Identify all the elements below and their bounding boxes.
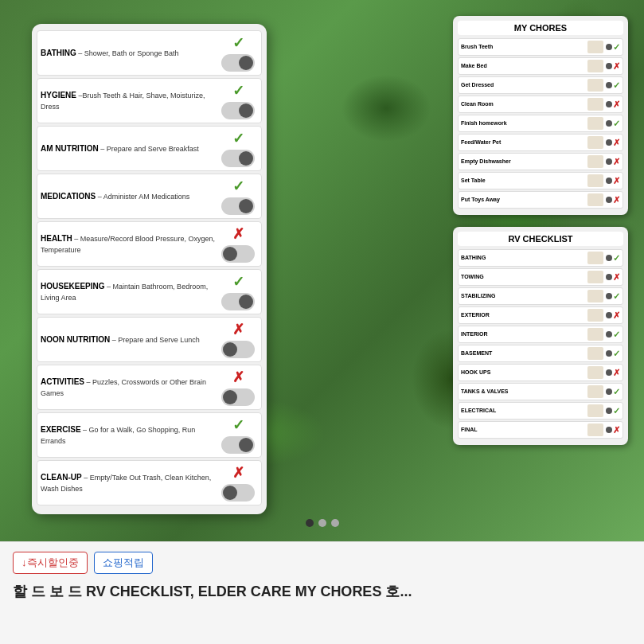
small-row-image bbox=[587, 271, 603, 283]
small-row-label: Get Dressed bbox=[461, 82, 586, 88]
checklist-row-text: HOUSEKEEPING – Maintain Bathroom, Bedroo… bbox=[41, 281, 218, 302]
toggle-area[interactable]: ✗ bbox=[218, 225, 258, 263]
toggle-track[interactable] bbox=[221, 484, 255, 502]
toggle-area[interactable]: ✓ bbox=[218, 273, 258, 310]
toggle-track[interactable] bbox=[221, 150, 255, 167]
item-title: HEALTH bbox=[41, 234, 72, 243]
toggle-track[interactable] bbox=[221, 54, 255, 72]
small-row: FINAL✗ bbox=[458, 421, 623, 439]
top-right-card-title: MY CHORES bbox=[458, 21, 623, 35]
small-row: Feed/Water Pet✗ bbox=[458, 134, 623, 151]
toggle-area[interactable]: ✗ bbox=[218, 464, 258, 502]
small-check-icon: ✓ bbox=[613, 80, 620, 91]
small-row: TANKS & VALVES✓ bbox=[458, 383, 623, 400]
small-dot bbox=[606, 369, 612, 376]
item-title: MEDICATIONS bbox=[41, 192, 96, 201]
small-row-image bbox=[587, 117, 603, 130]
small-row-image bbox=[587, 79, 603, 92]
toggle-track[interactable] bbox=[221, 293, 255, 310]
toggle-track[interactable] bbox=[221, 197, 255, 215]
checklist-row: BATHING – Shower, Bath or Sponge Bath✓ bbox=[37, 30, 262, 76]
main-card-container: BATHING – Shower, Bath or Sponge Bath✓HY… bbox=[24, 16, 279, 525]
small-row: TOWING✗ bbox=[458, 268, 623, 286]
small-row: Make Bed✗ bbox=[458, 57, 623, 75]
small-row-image bbox=[587, 252, 603, 264]
bottom-right-card: RV CHECKLIST BATHING✓TOWING✗STABILIZING✓… bbox=[453, 227, 628, 445]
small-dot bbox=[606, 427, 612, 433]
toggle-track[interactable] bbox=[221, 245, 255, 263]
small-check-icon: ✓ bbox=[613, 119, 620, 129]
small-row-label: Set Table bbox=[461, 178, 586, 184]
item-title: EXERCISE bbox=[41, 425, 81, 434]
item-title: BATHING bbox=[41, 49, 76, 57]
small-row-image bbox=[587, 193, 603, 206]
toggle-area[interactable]: ✓ bbox=[218, 416, 258, 454]
small-check-icon: ✓ bbox=[613, 349, 620, 359]
item-desc: – Prepare and Serve Breakfast bbox=[99, 145, 199, 153]
tag-row: ↓즉시할인중 쇼핑적립 bbox=[13, 552, 631, 574]
toggle-area[interactable]: ✓ bbox=[218, 130, 258, 167]
bottom-title: 할 드 보 드 RV CHECKLIST, ELDER CARE MY CHOR… bbox=[13, 582, 631, 601]
x-mark-icon: ✗ bbox=[232, 225, 244, 243]
check-mark-icon: ✓ bbox=[232, 178, 244, 195]
small-dot bbox=[606, 44, 612, 50]
item-desc: – Shower, Bath or Sponge Bath bbox=[76, 49, 179, 57]
small-row: Get Dressed✓ bbox=[458, 76, 623, 94]
x-mark-icon: ✗ bbox=[232, 321, 244, 338]
small-x-icon: ✗ bbox=[613, 272, 620, 283]
bottom-bar: ↓즉시할인중 쇼핑적립 할 드 보 드 RV CHECKLIST, ELDER … bbox=[0, 541, 644, 644]
small-check-icon: ✓ bbox=[613, 253, 620, 263]
page-dot-0[interactable] bbox=[306, 519, 314, 527]
toggle-track[interactable] bbox=[221, 341, 255, 358]
toggle-area[interactable]: ✓ bbox=[218, 178, 258, 215]
checklist-row-text: MEDICATIONS – Administer AM Medications bbox=[41, 191, 218, 202]
checklist-row: HOUSEKEEPING – Maintain Bathroom, Bedroo… bbox=[37, 269, 262, 314]
item-desc: – Administer AM Medications bbox=[96, 193, 189, 201]
item-title: HOUSEKEEPING bbox=[41, 282, 105, 291]
small-row-image bbox=[587, 60, 603, 72]
small-row-label: ELECTRICAL bbox=[461, 408, 586, 414]
toggle-area[interactable]: ✓ bbox=[218, 34, 258, 72]
small-dot bbox=[606, 178, 612, 184]
page-dot-1[interactable] bbox=[318, 519, 326, 527]
tag-discount[interactable]: ↓즉시할인중 bbox=[13, 552, 88, 574]
small-row-label: EXTERIOR bbox=[461, 312, 586, 318]
checklist-row-text: HEALTH – Measure/Record Blood Pressure, … bbox=[41, 233, 218, 255]
small-row-label: TOWING bbox=[461, 274, 586, 280]
small-row-image bbox=[587, 347, 603, 360]
checklist-row-text: CLEAN-UP – Empty/Take Out Trash, Clean K… bbox=[41, 472, 218, 494]
toggle-area[interactable]: ✗ bbox=[218, 321, 258, 358]
small-row: INTERIOR✓ bbox=[458, 326, 623, 343]
small-row-label: Make Bed bbox=[461, 63, 586, 69]
small-row: EXTERIOR✗ bbox=[458, 306, 623, 324]
item-title: CLEAN-UP bbox=[41, 473, 82, 482]
small-row-image bbox=[587, 404, 603, 417]
main-checklist-card: BATHING – Shower, Bath or Sponge Bath✓HY… bbox=[32, 24, 267, 514]
toggle-dot bbox=[239, 438, 253, 452]
small-row-label: Feed/Water Pet bbox=[461, 139, 586, 146]
small-row: BASEMENT✓ bbox=[458, 345, 623, 362]
small-row-image bbox=[587, 366, 603, 379]
small-row-image bbox=[587, 423, 603, 436]
small-dot bbox=[606, 63, 612, 69]
checklist-row: EXERCISE – Go for a Walk, Go Shopping, R… bbox=[37, 412, 262, 458]
small-x-icon: ✗ bbox=[613, 100, 620, 110]
toggle-track[interactable] bbox=[221, 388, 255, 406]
small-row-label: Brush Teeth bbox=[461, 44, 586, 50]
toggle-track[interactable] bbox=[221, 102, 255, 119]
toggle-track[interactable] bbox=[221, 436, 255, 454]
page-dot-2[interactable] bbox=[331, 519, 339, 527]
checklist-row-text: ACTIVITIES – Puzzles, Crosswords or Othe… bbox=[41, 377, 218, 398]
check-mark-icon: ✓ bbox=[232, 34, 244, 52]
small-row-image bbox=[587, 136, 603, 149]
toggle-area[interactable]: ✓ bbox=[218, 82, 258, 119]
checklist-row-text: BATHING – Shower, Bath or Sponge Bath bbox=[41, 48, 218, 59]
toggle-area[interactable]: ✗ bbox=[218, 369, 258, 406]
small-row-label: INTERIOR bbox=[461, 331, 586, 338]
checklist-row: CLEAN-UP – Empty/Take Out Trash, Clean K… bbox=[37, 460, 262, 505]
toggle-dot bbox=[223, 486, 237, 500]
tag-shopping[interactable]: 쇼핑적립 bbox=[94, 552, 153, 574]
toggle-dot bbox=[239, 151, 253, 166]
small-row-label: BASEMENT bbox=[461, 350, 586, 357]
item-title: AM NUTRITION bbox=[41, 144, 99, 153]
